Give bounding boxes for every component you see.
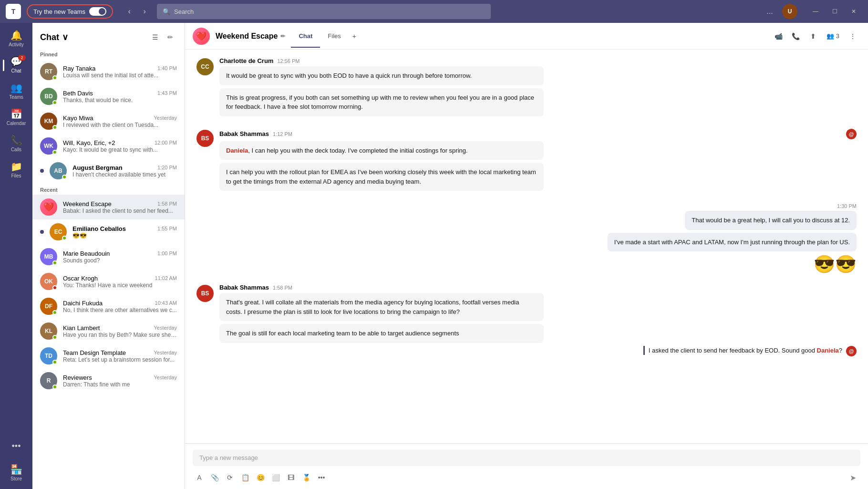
message-input-box[interactable]: Type a new message [193,449,860,466]
sidebar-item-teams[interactable]: 👥 Teams [3,79,30,104]
more-actions-button[interactable]: ⋮ [845,29,860,44]
attach-button[interactable]: 📎 [208,471,221,484]
msg-bubble-2: This is great progress, if you both can … [219,88,544,116]
activity-icon: 🔔 [10,31,22,40]
chat-preview: Louisa will send the initial list of att… [63,72,177,79]
format-text-button[interactable]: A [193,471,206,484]
back-button[interactable]: ‹ [123,5,136,18]
chat-name: Weekend Escape [63,200,112,208]
chat-item-weekend-escape[interactable]: ❤️ Weekend Escape 1:58 PM Babak: I asked… [32,195,185,219]
sticker-button[interactable]: ⬜ [269,471,282,484]
msg-author: Babak Shammas [219,130,269,137]
message-group-babak-1: BS Babak Shammas 1:12 PM @ Daniela, I ca… [196,129,857,194]
search-bar[interactable]: 🔍 Search [157,4,491,19]
msg-header: Babak Shammas 1:58 PM [219,284,857,291]
chat-list-title[interactable]: Chat ∨ [40,32,68,42]
new-chat-button[interactable]: ✏ [164,31,177,44]
more-options-button[interactable]: ... [763,5,776,18]
filter-button[interactable]: ☰ [148,31,162,44]
chat-item-beth-davis[interactable]: BD Beth Davis 1:43 PM Thanks, that would… [32,84,185,109]
msg-content-charlotte: Charlotte de Crum 12:56 PM It would be g… [219,57,857,119]
edit-icon[interactable]: ✏ [280,33,285,40]
chat-info-will-kayo: Will, Kayo, Eric, +2 12:00 PM Kayo: It w… [63,139,177,153]
search-placeholder: Search [174,8,194,15]
more-icon: ••• [8,437,25,455]
input-toolbar: A 📎 ⟳ 📋 😊 ⬜ 🎞 🏅 ••• ➤ [193,470,860,485]
chat-item-ray-tanaka[interactable]: RT Ray Tanaka 1:40 PM Louisa will send t… [32,59,185,84]
chat-main-header: ❤️ Weekend Escape ✏ Chat Files + 📹 📞 ⬆ 👥… [185,23,868,50]
chat-info-weekend-escape: Weekend Escape 1:58 PM Babak: I asked th… [63,200,177,214]
tab-files[interactable]: Files [320,25,348,48]
send-button[interactable]: ➤ [845,470,860,485]
forward-button[interactable]: › [138,5,151,18]
input-placeholder: Type a new message [199,454,258,461]
chat-preview: No, I think there are other alternatives… [63,307,177,313]
status-dot-online [52,335,57,340]
chat-name: Kayo Miwa [63,114,93,122]
status-dot-online [52,150,57,155]
sidebar-item-chat[interactable]: 2 💬 Chat [3,53,30,77]
store-icon: 🏪 [10,465,22,474]
top-right-controls: ... U — ☐ ✕ [763,4,862,19]
close-button[interactable]: ✕ [845,5,862,18]
msg-avatar-charlotte: CC [196,58,214,75]
status-dot-online [52,260,57,265]
user-avatar[interactable]: U [782,4,797,19]
sidebar-item-calendar[interactable]: 📅 Calendar [3,105,30,130]
sidebar-item-calls[interactable]: 📞 Calls [3,132,30,156]
chat-preview: 😎😎 [72,232,177,239]
emoji-button[interactable]: 😊 [254,471,267,484]
avatar-oscar-krogh: OK [40,273,57,290]
tab-chat[interactable]: Chat [291,25,320,48]
sidebar-more-button[interactable]: ••• [3,434,30,459]
self-bubble-wrap: 1:30 PM That would be a great help, I wi… [608,203,857,274]
more-input-button[interactable]: ••• [315,471,328,484]
avatar-kayo-miwa: KM [40,113,57,130]
chat-item-daichi-fukuda[interactable]: DF Daichi Fukuda 10:43 AM No, I think th… [32,294,185,319]
video-call-button[interactable]: 📹 [771,29,786,44]
chat-name: Emiliano Ceballos [72,225,126,232]
minimize-button[interactable]: — [807,5,824,18]
praise-button[interactable]: 🏅 [300,471,313,484]
add-tab-button[interactable]: + [349,25,360,48]
chat-preview: Darren: Thats fine with me [63,381,177,388]
paperclip-button[interactable]: 📋 [238,471,252,484]
chat-time: 1:00 PM [157,250,177,256]
audio-call-button[interactable]: 📞 [788,29,804,44]
sidebar-item-files[interactable]: 📁 Files [3,158,30,182]
chat-item-oscar-krogh[interactable]: OK Oscar Krogh 11:02 AM You: Thanks! Hav… [32,269,185,294]
chat-item-kian-lambert[interactable]: KL Kian Lambert Yesterday Have you ran t… [32,319,185,343]
loop-button[interactable]: ⟳ [223,471,237,484]
status-dot-online [62,175,67,179]
chat-name: Daichi Fukuda [63,300,103,307]
try-new-teams-button[interactable]: Try the new Teams [27,4,113,19]
chat-time: 1:20 PM [157,165,177,170]
sidebar-label-calls: Calls [11,147,21,152]
status-dot-online [52,360,57,364]
chat-name: Reviewers [63,374,92,381]
chat-name: Team Design Template [63,349,126,356]
screen-share-button[interactable]: ⬆ [806,29,821,44]
sidebar-label-files: Files [11,173,21,178]
sidebar-item-store[interactable]: 🏪 Store [3,461,30,485]
chat-item-emiliano-ceballos[interactable]: EC Emiliano Ceballos 1:55 PM 😎😎 [32,219,185,244]
chat-time: Yesterday [154,115,177,121]
participants-button[interactable]: 👥 3 [823,31,843,42]
msg-content-babak-1: Babak Shammas 1:12 PM @ Daniela, I can h… [219,129,857,194]
sidebar-item-activity[interactable]: 🔔 Activity [3,27,30,51]
chat-item-will-kayo[interactable]: WK Will, Kayo, Eric, +2 12:00 PM Kayo: I… [32,134,185,158]
gif-button[interactable]: 🎞 [284,471,298,484]
maximize-button[interactable]: ☐ [826,5,843,18]
chat-item-august-bergman[interactable]: AB August Bergman 1:20 PM I haven't chec… [32,158,185,183]
toggle-switch[interactable] [89,7,106,16]
chat-name: Marie Beaudouin [63,250,110,257]
chat-item-team-design-template[interactable]: TD Team Design Template Yesterday Reta: … [32,343,185,368]
chat-item-kayo-miwa[interactable]: KM Kayo Miwa Yesterday I reviewed with t… [32,109,185,134]
chat-item-marie-beaudouin[interactable]: MB Marie Beaudouin 1:00 PM Sounds good? [32,244,185,269]
files-icon: 📁 [10,162,22,171]
chat-item-reviewers[interactable]: R Reviewers Yesterday Darren: Thats fine… [32,368,185,393]
self-time: 1:30 PM [837,203,857,209]
sidebar-label-chat: Chat [11,68,21,73]
chat-time: 1:40 PM [157,65,177,71]
msg-time: 1:58 PM [273,285,292,291]
